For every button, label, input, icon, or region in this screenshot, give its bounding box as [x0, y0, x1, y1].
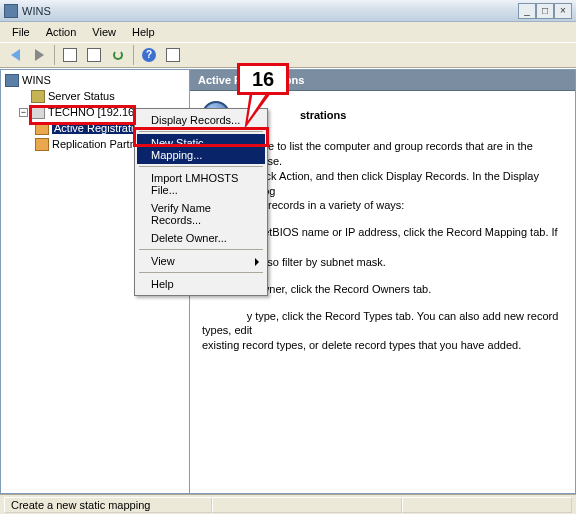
back-button[interactable]	[4, 44, 26, 66]
callout-step-number: 16	[237, 63, 289, 95]
tree-server-status-row[interactable]: Server Status	[3, 88, 189, 104]
menu-help[interactable]: Help	[124, 24, 163, 40]
help-icon: ?	[142, 48, 156, 62]
wins-icon	[5, 74, 19, 87]
props-icon	[87, 48, 101, 62]
status-cell	[212, 497, 402, 513]
collapse-icon[interactable]: −	[19, 108, 28, 117]
arrow-left-icon	[11, 49, 20, 61]
extra-icon	[166, 48, 180, 62]
app-icon	[4, 4, 18, 18]
close-button[interactable]: ×	[554, 3, 572, 19]
menubar: File Action View Help	[0, 22, 576, 42]
highlight-new-static-mapping	[133, 127, 269, 147]
status-text: Create a new static mapping	[4, 497, 212, 513]
ctx-import-lmhosts[interactable]: Import LMHOSTS File...	[137, 169, 265, 199]
help-button[interactable]: ?	[138, 44, 160, 66]
db-icon	[35, 138, 49, 151]
refresh-button[interactable]	[107, 44, 129, 66]
list-icon	[63, 48, 77, 62]
tree-root-label: WINS	[22, 74, 51, 86]
highlight-active-registrations	[29, 105, 136, 125]
maximize-button[interactable]: □	[536, 3, 554, 19]
toolbar-btn-1[interactable]	[59, 44, 81, 66]
toolbar-separator	[133, 45, 134, 65]
tree-server-status-label: Server Status	[48, 90, 115, 102]
forward-button[interactable]	[28, 44, 50, 66]
ctx-separator	[139, 166, 263, 167]
menu-file[interactable]: File	[4, 24, 38, 40]
arrow-right-icon	[35, 49, 44, 61]
menu-view[interactable]: View	[84, 24, 124, 40]
ctx-help[interactable]: Help	[137, 275, 265, 293]
ctx-separator	[139, 249, 263, 250]
content-paragraph-4: To filter by type, click the Record Type…	[202, 309, 563, 354]
status-cell	[402, 497, 572, 513]
status-icon	[31, 90, 45, 103]
titlebar: WINS _ □ ×	[0, 0, 576, 22]
ctx-separator	[139, 272, 263, 273]
minimize-button[interactable]: _	[518, 3, 536, 19]
window-buttons: _ □ ×	[518, 3, 572, 19]
main-area: WINS Server Status − TECHNO [192.168.158…	[0, 68, 576, 494]
ctx-view[interactable]: View	[137, 252, 265, 270]
statusbar: Create a new static mapping	[0, 494, 576, 514]
ctx-delete-owner[interactable]: Delete Owner...	[137, 229, 265, 247]
toolbar-separator	[54, 45, 55, 65]
menu-action[interactable]: Action	[38, 24, 85, 40]
window-title: WINS	[22, 5, 518, 17]
ctx-verify-name[interactable]: Verify Name Records...	[137, 199, 265, 229]
tree-root-row[interactable]: WINS	[3, 72, 189, 88]
toolbar-btn-3[interactable]	[162, 44, 184, 66]
refresh-icon	[111, 48, 125, 62]
toolbar-btn-2[interactable]	[83, 44, 105, 66]
